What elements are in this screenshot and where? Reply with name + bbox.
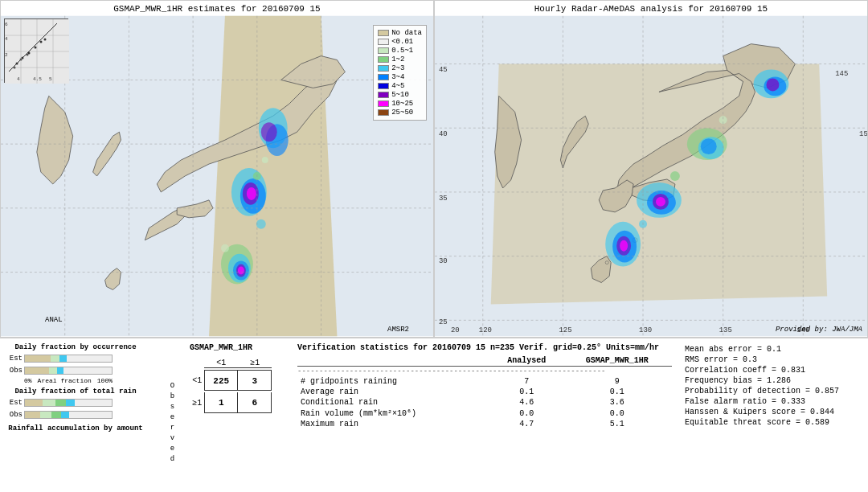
metric-label: Conditional rain bbox=[297, 397, 491, 408]
rain-obs-container bbox=[24, 411, 113, 419]
svg-text:30: 30 bbox=[439, 257, 448, 265]
svg-point-40 bbox=[221, 244, 229, 252]
svg-point-27 bbox=[261, 122, 277, 141]
svg-text:125: 125 bbox=[559, 326, 571, 334]
svg-point-53 bbox=[605, 261, 608, 264]
rain-obs-label: Obs bbox=[5, 411, 23, 419]
obs-bar-row: Obs bbox=[5, 365, 146, 376]
contingency-title: GSMAP_MWR_1HR bbox=[190, 343, 252, 352]
analysed-value: 0.0 bbox=[491, 408, 563, 419]
svg-point-22 bbox=[14, 67, 16, 69]
verif-divider: ----------------------------------------… bbox=[297, 367, 672, 377]
axis-end: 100% bbox=[97, 377, 113, 384]
metric-label: Maximum rain bbox=[297, 419, 491, 429]
table-row: Rain volume (mm*km²×10⁶)0.00.0 bbox=[297, 408, 672, 419]
est-bar-row: Est bbox=[5, 353, 146, 364]
svg-point-14 bbox=[16, 63, 18, 65]
col-header-2: ≥1 bbox=[238, 359, 272, 368]
svg-point-17 bbox=[35, 47, 37, 49]
legend-item: 10~25 bbox=[378, 100, 422, 108]
legend-item: No data bbox=[378, 29, 422, 37]
left-map-panel: GSMAP_MWR_1HR estimates for 20160709 15 … bbox=[0, 0, 434, 338]
metric-label: Average rain bbox=[297, 387, 491, 397]
svg-text:40: 40 bbox=[439, 130, 448, 138]
svg-point-36 bbox=[238, 267, 244, 275]
contingency-table-right: <1 ≥1 <1 225 3 ≥1 1 6 bbox=[177, 359, 272, 413]
svg-text:135: 135 bbox=[719, 326, 732, 334]
cell-d: 6 bbox=[238, 392, 272, 413]
table-row: Conditional rain4.63.6 bbox=[297, 397, 672, 408]
gsmap-value: 3.6 bbox=[563, 397, 672, 408]
right-map-title: Hourly Radar-AMeDAS analysis for 2016070… bbox=[435, 2, 867, 15]
accum-title: Rainfall accumulation by amount bbox=[5, 424, 146, 433]
verification-panel: Verification statistics for 20160709 15 … bbox=[294, 342, 675, 489]
verif-table: Analysed GSMAP_MWR_1HR -----------------… bbox=[297, 355, 672, 429]
score-correlation: Correlation coeff = 0.831 bbox=[685, 366, 860, 375]
svg-point-59 bbox=[701, 138, 717, 154]
provided-by-label: Provided by: JWA/JMA bbox=[776, 326, 862, 334]
score-false-alarm: False alarm ratio = 0.333 bbox=[685, 397, 860, 406]
svg-text:4: 4 bbox=[5, 36, 8, 42]
obs-vertical-label: Observed bbox=[170, 381, 174, 465]
svg-point-56 bbox=[766, 78, 779, 91]
bottom-section: Daily fraction by occurrence Est Obs bbox=[0, 338, 868, 492]
est-label: Est bbox=[5, 355, 23, 363]
rain-chart: Daily fraction of total rain Est Obs bbox=[5, 387, 146, 421]
analysed-value: 7 bbox=[491, 376, 563, 387]
table-row: # gridpoints raining79 bbox=[297, 376, 672, 387]
maps-section: GSMAP_MWR_1HR estimates for 20160709 15 … bbox=[0, 0, 868, 338]
svg-text:5: 5 bbox=[49, 76, 52, 82]
inset-label: ANAL bbox=[45, 316, 63, 324]
col-header-1: <1 bbox=[204, 359, 238, 368]
svg-point-37 bbox=[262, 157, 268, 163]
right-map-panel: Hourly Radar-AMeDAS analysis for 2016070… bbox=[434, 0, 868, 338]
svg-point-63 bbox=[656, 197, 665, 207]
svg-point-18 bbox=[40, 41, 43, 43]
legend-item: 2~3 bbox=[378, 64, 422, 72]
occurrence-title: Daily fraction by occurrence bbox=[5, 343, 146, 351]
svg-text:130: 130 bbox=[639, 326, 652, 334]
rain-obs-bar-row: Obs bbox=[5, 409, 146, 420]
axis-start: 0% bbox=[24, 377, 32, 384]
contingency-row-1: <1 225 3 bbox=[177, 370, 272, 391]
main-container: GSMAP_MWR_1HR estimates for 20160709 15 … bbox=[0, 0, 868, 492]
col-analysed: Analysed bbox=[491, 355, 563, 367]
rain-est-bar-row: Est bbox=[5, 397, 146, 408]
axis-mid: Areal fraction bbox=[38, 377, 92, 384]
legend-item: 25~50 bbox=[378, 109, 422, 117]
svg-text:15: 15 bbox=[859, 130, 867, 138]
row-label-2: ≥1 bbox=[177, 399, 204, 408]
svg-text:6: 6 bbox=[5, 22, 8, 27]
rain-est-container bbox=[24, 399, 113, 407]
svg-point-39 bbox=[256, 219, 266, 229]
legend-item: 0.5~1 bbox=[378, 47, 422, 55]
metric-label: Rain volume (mm*km²×10⁶) bbox=[297, 408, 491, 419]
inset-map: 6 4 2 4 4.5 5 bbox=[4, 18, 68, 83]
gsmap-value: 5.1 bbox=[563, 419, 672, 429]
svg-point-21 bbox=[27, 54, 29, 56]
svg-text:4: 4 bbox=[17, 76, 20, 82]
score-equitable: Equitable threat score = 0.589 bbox=[685, 418, 860, 427]
est-bar-container bbox=[24, 355, 113, 363]
svg-text:45: 45 bbox=[439, 66, 448, 74]
table-row: Maximum rain4.75.1 bbox=[297, 419, 672, 429]
verif-title: Verification statistics for 20160709 15 … bbox=[297, 343, 672, 352]
score-rms: RMS error = 0.3 bbox=[685, 355, 860, 364]
accum-chart: Rainfall accumulation by amount bbox=[5, 424, 146, 434]
gsmap-value: 9 bbox=[563, 376, 672, 387]
cell-a: 225 bbox=[204, 370, 238, 391]
score-prob-detection: Probability of detection = 0.857 bbox=[685, 387, 860, 396]
obs-bar-container bbox=[24, 367, 113, 375]
bar-charts-panel: Daily fraction by occurrence Est Obs bbox=[3, 342, 148, 489]
svg-point-67 bbox=[620, 240, 628, 252]
legend-item: <0.01 bbox=[378, 38, 422, 46]
analysed-value: 0.1 bbox=[491, 387, 563, 397]
svg-text:25: 25 bbox=[439, 318, 448, 326]
occurrence-chart: Daily fraction by occurrence Est Obs bbox=[5, 343, 146, 384]
svg-text:20: 20 bbox=[451, 326, 460, 334]
svg-point-19 bbox=[44, 39, 47, 41]
scores-panel: Mean abs error = 0.1 RMS error = 0.3 Cor… bbox=[680, 342, 865, 489]
obs-label: Obs bbox=[5, 367, 23, 375]
cell-b: 3 bbox=[238, 370, 272, 391]
svg-text:145: 145 bbox=[835, 70, 848, 78]
